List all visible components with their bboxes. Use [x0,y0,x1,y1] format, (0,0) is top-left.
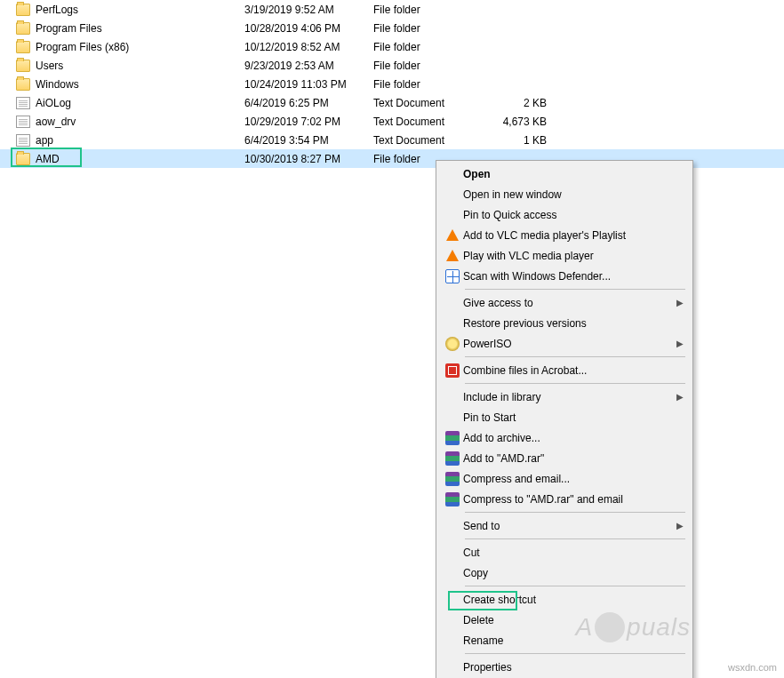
menu-open-new-window[interactable]: Open in new window [438,184,691,204]
text-file-icon [16,116,30,128]
file-type: File folder [373,4,502,16]
menu-open[interactable]: Open [438,164,691,184]
menu-restore-versions[interactable]: Restore previous versions [438,313,691,333]
menu-pin-quick-access[interactable]: Pin to Quick access [438,204,691,225]
menu-separator [465,512,685,513]
watermark-face-icon [595,612,625,642]
file-list: PerfLogs 3/19/2019 9:52 AM File folder P… [0,0,784,168]
file-type: File folder [373,22,502,35]
menu-separator [465,586,685,586]
menu-compress-email[interactable]: Compress and email... [438,468,691,489]
watermark: Apuals [575,612,691,642]
acrobat-icon [445,363,460,378]
file-row[interactable]: Program Files 10/28/2019 4:06 PM File fo… [0,19,784,37]
menu-give-access[interactable]: Give access to▶ [438,292,691,313]
folder-icon [16,41,30,53]
defender-icon [445,269,460,283]
submenu-arrow-icon: ▶ [676,521,684,530]
menu-properties[interactable]: Properties [438,657,691,677]
folder-icon [16,78,30,91]
submenu-arrow-icon: ▶ [676,339,684,348]
poweriso-icon [445,337,460,351]
file-row[interactable]: aow_drv 10/29/2019 7:02 PM Text Document… [0,112,784,131]
file-name: PerfLogs [36,4,244,16]
file-date: 10/30/2019 8:27 PM [244,153,373,165]
file-type: Text Document [373,97,502,109]
file-row[interactable]: PerfLogs 3/19/2019 9:52 AM File folder [0,0,784,19]
file-date: 10/12/2019 8:52 AM [244,41,373,53]
file-date: 10/24/2019 11:03 PM [244,78,373,91]
menu-cut[interactable]: Cut [438,542,691,562]
menu-vlc-add-playlist[interactable]: Add to VLC media player's Playlist [438,225,691,245]
menu-copy[interactable]: Copy [438,562,691,583]
menu-separator [465,356,685,357]
file-type: File folder [373,41,502,53]
menu-add-archive[interactable]: Add to archive... [438,427,691,448]
folder-icon [16,153,30,165]
menu-compress-amd-email[interactable]: Compress to "AMD.rar" and email [438,489,691,509]
menu-separator [465,289,685,290]
context-menu: Open Open in new window Pin to Quick acc… [436,160,693,678]
menu-poweriso[interactable]: PowerISO▶ [438,333,691,354]
menu-defender-scan[interactable]: Scan with Windows Defender... [438,266,691,286]
file-row[interactable]: AiOLog 6/4/2019 6:25 PM Text Document 2 … [0,93,784,112]
file-name: Program Files [36,22,244,35]
menu-create-shortcut[interactable]: Create shortcut [438,589,691,610]
file-type: Text Document [373,134,502,147]
file-name: aow_drv [36,116,244,128]
file-row[interactable]: app 6/4/2019 3:54 PM Text Document 1 KB [0,131,784,149]
file-row[interactable]: Users 9/23/2019 2:53 AM File folder [0,56,784,75]
menu-separator [465,653,685,654]
vlc-icon [446,229,459,241]
text-file-icon [16,134,30,147]
file-name: Users [36,60,244,72]
file-name: Program Files (x86) [36,41,244,53]
file-type: File folder [373,60,502,72]
menu-separator [465,383,685,384]
file-date: 10/29/2019 7:02 PM [244,116,373,128]
file-row[interactable]: Windows 10/24/2019 11:03 PM File folder [0,75,784,93]
winrar-icon [445,451,460,466]
folder-icon [16,60,30,72]
folder-icon [16,22,30,35]
folder-icon [16,4,30,16]
file-name: Windows [36,78,244,91]
text-file-icon [16,97,30,109]
menu-send-to[interactable]: Send to▶ [438,515,691,536]
file-name: app [36,134,244,147]
menu-include-library[interactable]: Include in library▶ [438,387,691,407]
menu-pin-start[interactable]: Pin to Start [438,407,691,427]
vlc-icon [446,250,459,261]
file-row[interactable]: Program Files (x86) 10/12/2019 8:52 AM F… [0,37,784,56]
source-credit: wsxdn.com [728,662,777,673]
winrar-icon [445,472,460,486]
file-date: 9/23/2019 2:53 AM [244,60,373,72]
file-size: 1 KB [502,134,547,147]
submenu-arrow-icon: ▶ [676,392,684,402]
menu-add-amd-rar[interactable]: Add to "AMD.rar" [438,448,691,468]
menu-separator [465,538,685,539]
file-date: 10/28/2019 4:06 PM [244,22,373,35]
file-date: 3/19/2019 9:52 AM [244,4,373,16]
menu-vlc-play[interactable]: Play with VLC media player [438,245,691,266]
submenu-arrow-icon: ▶ [676,298,684,307]
file-date: 6/4/2019 6:25 PM [244,97,373,109]
winrar-icon [445,431,460,445]
file-size: 2 KB [502,97,547,109]
winrar-icon [445,492,460,507]
file-name: AiOLog [36,97,244,109]
file-date: 6/4/2019 3:54 PM [244,134,373,147]
file-size: 4,673 KB [502,116,547,128]
file-type: Text Document [373,116,502,128]
file-name: AMD [36,153,244,165]
file-type: File folder [373,78,502,91]
menu-acrobat-combine[interactable]: Combine files in Acrobat... [438,360,691,380]
